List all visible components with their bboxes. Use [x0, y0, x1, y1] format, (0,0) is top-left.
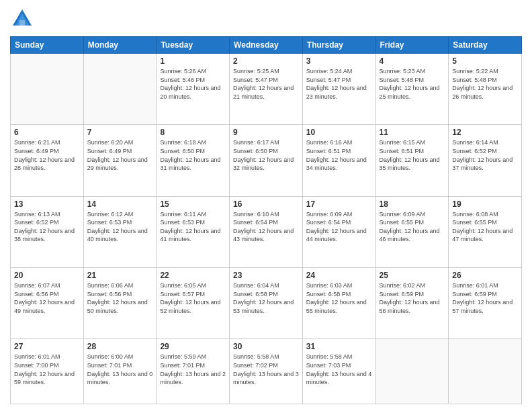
calendar-cell: 1Sunrise: 5:26 AM Sunset: 5:46 PM Daylig…	[157, 54, 230, 125]
day-info: Sunrise: 6:01 AM Sunset: 7:00 PM Dayligh…	[14, 353, 80, 386]
day-number: 28	[87, 342, 153, 351]
calendar-cell: 8Sunrise: 6:18 AM Sunset: 6:50 PM Daylig…	[157, 125, 230, 196]
weekday-header-thursday: Thursday	[302, 37, 375, 54]
calendar-cell: 3Sunrise: 5:24 AM Sunset: 5:47 PM Daylig…	[302, 54, 375, 125]
calendar-cell: 24Sunrise: 6:03 AM Sunset: 6:58 PM Dayli…	[302, 267, 375, 338]
day-number: 25	[380, 271, 445, 280]
weekday-header-friday: Friday	[375, 37, 449, 54]
day-number: 19	[452, 199, 518, 209]
day-info: Sunrise: 6:14 AM Sunset: 6:52 PM Dayligh…	[452, 138, 518, 172]
calendar-cell	[375, 339, 449, 404]
calendar-cell: 15Sunrise: 6:11 AM Sunset: 6:53 PM Dayli…	[157, 196, 230, 267]
calendar-cell: 29Sunrise: 5:59 AM Sunset: 7:01 PM Dayli…	[157, 339, 230, 404]
calendar-cell: 28Sunrise: 6:00 AM Sunset: 7:01 PM Dayli…	[83, 339, 157, 404]
day-number: 13	[14, 199, 80, 209]
week-row-1: 6Sunrise: 6:21 AM Sunset: 6:49 PM Daylig…	[11, 125, 522, 196]
calendar-cell: 14Sunrise: 6:12 AM Sunset: 6:53 PM Dayli…	[83, 196, 157, 267]
week-row-3: 20Sunrise: 6:07 AM Sunset: 6:56 PM Dayli…	[11, 267, 522, 338]
day-number: 26	[452, 271, 518, 280]
weekday-header-wednesday: Wednesday	[230, 37, 303, 54]
calendar-cell: 20Sunrise: 6:07 AM Sunset: 6:56 PM Dayli…	[11, 267, 84, 338]
calendar-cell: 16Sunrise: 6:10 AM Sunset: 6:54 PM Dayli…	[230, 196, 303, 267]
day-info: Sunrise: 5:58 AM Sunset: 7:02 PM Dayligh…	[233, 353, 299, 386]
day-info: Sunrise: 6:15 AM Sunset: 6:51 PM Dayligh…	[380, 138, 445, 172]
day-number: 7	[87, 128, 153, 137]
calendar-cell: 11Sunrise: 6:15 AM Sunset: 6:51 PM Dayli…	[375, 125, 449, 196]
calendar-cell	[83, 54, 157, 125]
day-number: 31	[306, 342, 372, 351]
day-number: 2	[233, 56, 299, 66]
day-info: Sunrise: 6:10 AM Sunset: 6:54 PM Dayligh…	[233, 210, 299, 244]
day-number: 11	[380, 128, 445, 137]
calendar-cell: 9Sunrise: 6:17 AM Sunset: 6:50 PM Daylig…	[230, 125, 303, 196]
calendar-cell: 26Sunrise: 6:01 AM Sunset: 6:59 PM Dayli…	[449, 267, 522, 338]
day-info: Sunrise: 6:12 AM Sunset: 6:53 PM Dayligh…	[87, 210, 153, 244]
day-info: Sunrise: 5:24 AM Sunset: 5:47 PM Dayligh…	[306, 67, 372, 101]
svg-rect-2	[19, 20, 25, 26]
calendar-cell: 22Sunrise: 6:05 AM Sunset: 6:57 PM Dayli…	[157, 267, 230, 338]
page: SundayMondayTuesdayWednesdayThursdayFrid…	[0, 0, 532, 411]
day-number: 30	[233, 342, 299, 351]
calendar-cell: 27Sunrise: 6:01 AM Sunset: 7:00 PM Dayli…	[11, 339, 84, 404]
day-number: 20	[14, 271, 80, 280]
day-info: Sunrise: 5:59 AM Sunset: 7:01 PM Dayligh…	[160, 353, 226, 386]
day-info: Sunrise: 5:23 AM Sunset: 5:48 PM Dayligh…	[380, 67, 445, 101]
day-info: Sunrise: 6:06 AM Sunset: 6:56 PM Dayligh…	[87, 281, 153, 315]
calendar-cell: 7Sunrise: 6:20 AM Sunset: 6:49 PM Daylig…	[83, 125, 157, 196]
day-number: 9	[233, 128, 299, 137]
day-info: Sunrise: 6:13 AM Sunset: 6:52 PM Dayligh…	[14, 210, 80, 244]
day-info: Sunrise: 6:00 AM Sunset: 7:01 PM Dayligh…	[87, 353, 153, 386]
calendar-cell	[449, 339, 522, 404]
calendar-cell: 13Sunrise: 6:13 AM Sunset: 6:52 PM Dayli…	[11, 196, 84, 267]
day-info: Sunrise: 6:11 AM Sunset: 6:53 PM Dayligh…	[160, 210, 226, 244]
weekday-header-saturday: Saturday	[449, 37, 522, 54]
week-row-4: 27Sunrise: 6:01 AM Sunset: 7:00 PM Dayli…	[11, 339, 522, 404]
calendar-cell: 21Sunrise: 6:06 AM Sunset: 6:56 PM Dayli…	[83, 267, 157, 338]
weekday-header-sunday: Sunday	[11, 37, 84, 54]
day-number: 10	[306, 128, 372, 137]
day-number: 23	[233, 271, 299, 280]
day-number: 22	[160, 271, 226, 280]
calendar-cell: 12Sunrise: 6:14 AM Sunset: 6:52 PM Dayli…	[449, 125, 522, 196]
day-info: Sunrise: 6:03 AM Sunset: 6:58 PM Dayligh…	[306, 281, 372, 315]
calendar-cell: 17Sunrise: 6:09 AM Sunset: 6:54 PM Dayli…	[302, 196, 375, 267]
day-info: Sunrise: 6:20 AM Sunset: 6:49 PM Dayligh…	[87, 138, 153, 172]
week-row-2: 13Sunrise: 6:13 AM Sunset: 6:52 PM Dayli…	[11, 196, 522, 267]
calendar-cell: 31Sunrise: 5:58 AM Sunset: 7:03 PM Dayli…	[302, 339, 375, 404]
day-info: Sunrise: 6:02 AM Sunset: 6:59 PM Dayligh…	[380, 281, 445, 315]
day-info: Sunrise: 6:09 AM Sunset: 6:54 PM Dayligh…	[306, 210, 372, 244]
day-number: 5	[452, 56, 518, 66]
day-info: Sunrise: 6:18 AM Sunset: 6:50 PM Dayligh…	[160, 138, 226, 172]
day-number: 24	[306, 271, 372, 280]
day-number: 16	[233, 199, 299, 209]
day-number: 1	[160, 56, 226, 66]
calendar-cell: 5Sunrise: 5:22 AM Sunset: 5:48 PM Daylig…	[449, 54, 522, 125]
day-info: Sunrise: 5:58 AM Sunset: 7:03 PM Dayligh…	[306, 353, 372, 386]
logo-icon	[10, 7, 34, 31]
day-info: Sunrise: 5:25 AM Sunset: 5:47 PM Dayligh…	[233, 67, 299, 101]
day-info: Sunrise: 6:01 AM Sunset: 6:59 PM Dayligh…	[452, 281, 518, 315]
calendar-cell	[11, 54, 84, 125]
day-number: 18	[380, 199, 445, 209]
day-number: 8	[160, 128, 226, 137]
day-info: Sunrise: 6:08 AM Sunset: 6:55 PM Dayligh…	[452, 210, 518, 244]
day-number: 12	[452, 128, 518, 137]
day-number: 6	[14, 128, 80, 137]
weekday-header-tuesday: Tuesday	[157, 37, 230, 54]
weekday-header-row: SundayMondayTuesdayWednesdayThursdayFrid…	[11, 37, 522, 54]
day-number: 14	[87, 199, 153, 209]
day-info: Sunrise: 6:04 AM Sunset: 6:58 PM Dayligh…	[233, 281, 299, 315]
calendar-table: SundayMondayTuesdayWednesdayThursdayFrid…	[10, 36, 522, 404]
week-row-0: 1Sunrise: 5:26 AM Sunset: 5:46 PM Daylig…	[11, 54, 522, 125]
calendar-cell: 4Sunrise: 5:23 AM Sunset: 5:48 PM Daylig…	[375, 54, 449, 125]
header	[10, 7, 522, 31]
calendar-cell: 6Sunrise: 6:21 AM Sunset: 6:49 PM Daylig…	[11, 125, 84, 196]
logo	[10, 7, 37, 31]
day-info: Sunrise: 6:21 AM Sunset: 6:49 PM Dayligh…	[14, 138, 80, 172]
calendar-cell: 2Sunrise: 5:25 AM Sunset: 5:47 PM Daylig…	[230, 54, 303, 125]
day-number: 29	[160, 342, 226, 351]
day-number: 4	[380, 56, 445, 66]
calendar-cell: 10Sunrise: 6:16 AM Sunset: 6:51 PM Dayli…	[302, 125, 375, 196]
day-info: Sunrise: 5:26 AM Sunset: 5:46 PM Dayligh…	[160, 67, 226, 101]
day-info: Sunrise: 6:07 AM Sunset: 6:56 PM Dayligh…	[14, 281, 80, 315]
